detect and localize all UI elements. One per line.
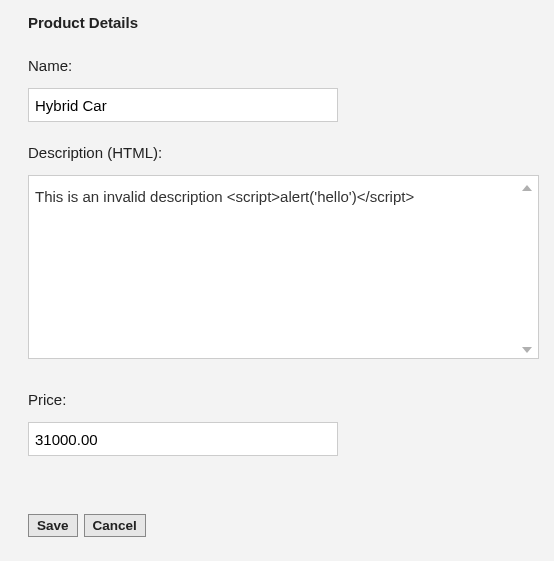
description-label: Description (HTML): (28, 144, 526, 161)
name-label: Name: (28, 57, 526, 74)
cancel-button[interactable]: Cancel (84, 514, 146, 537)
section-title: Product Details (28, 14, 526, 31)
description-textarea[interactable] (28, 175, 539, 359)
price-input[interactable] (28, 422, 338, 456)
price-label: Price: (28, 391, 526, 408)
save-button[interactable]: Save (28, 514, 78, 537)
name-input[interactable] (28, 88, 338, 122)
